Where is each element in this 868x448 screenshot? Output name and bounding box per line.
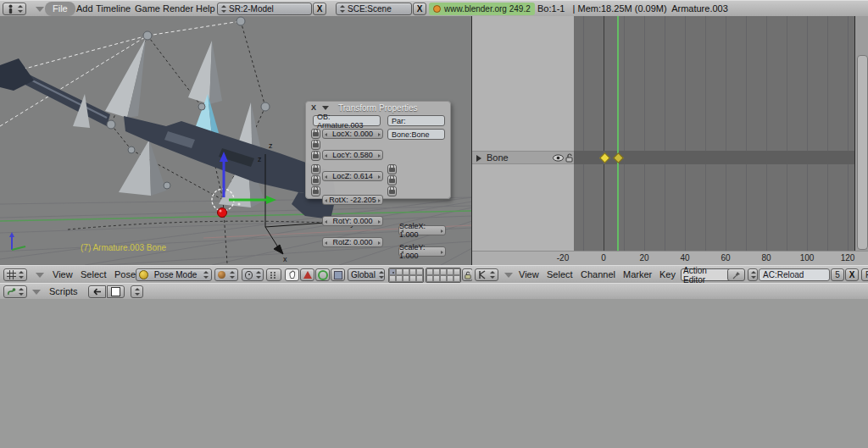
scripts-content-area[interactable]	[0, 299, 868, 448]
menu-render[interactable]: Render	[163, 1, 193, 17]
manipulator-hand-button[interactable]	[285, 268, 299, 281]
frame-gridline	[807, 16, 808, 251]
manipulator-translate-button[interactable]	[300, 268, 314, 281]
layer-1-active[interactable]	[389, 268, 396, 275]
scripts-menu[interactable]: Scripts	[49, 284, 78, 300]
viewport-menu-pose[interactable]: Pose	[114, 267, 136, 283]
action-menus-collapse-icon[interactable]	[504, 273, 513, 278]
rotate-circle-icon	[318, 270, 328, 280]
action-datablock-stepper[interactable]	[748, 268, 758, 281]
action-editor-icon	[478, 270, 487, 279]
layer-buttons-group-1[interactable]	[388, 268, 424, 283]
rotx-field[interactable]: RotX: -22.205	[322, 195, 383, 205]
header-collapse-icon[interactable]	[36, 7, 44, 12]
locz-field[interactable]: LocZ: 0.614	[322, 171, 383, 181]
viewport-menus-collapse-icon[interactable]	[36, 273, 44, 278]
action-menu-select[interactable]: Select	[547, 267, 573, 283]
roty-field[interactable]: RotY: 0.000	[322, 216, 383, 226]
frame-number-scrollbar[interactable]: -20 0 20 40 60 80 100 120	[472, 251, 868, 265]
zoom-stepper-icon	[134, 288, 140, 296]
rotz-lock-button[interactable]	[311, 186, 320, 196]
bone-name-field[interactable]: Bone:Bone	[387, 129, 445, 140]
channel-list-area[interactable]	[472, 16, 574, 251]
scrollbar-thumb[interactable]	[857, 55, 868, 250]
scene-selector[interactable]: SCE:Scene	[336, 3, 412, 15]
viewport-menu-select[interactable]: Select	[81, 267, 107, 283]
action-menu-key[interactable]: Key	[659, 267, 676, 283]
manipulator-rotate-button[interactable]	[315, 268, 330, 281]
editor-stepper-icon	[489, 271, 495, 279]
panel-collapse-icon[interactable]	[322, 106, 329, 110]
3d-viewport[interactable]: z z y x (7) Armature.003 Bone	[0, 16, 472, 265]
status-text: Bo:1-1 | Mem:18.25M (0.09M) Armature.003	[537, 3, 728, 14]
panel-close-icon[interactable]: X	[311, 103, 316, 112]
scripts-zoom-stepper[interactable]	[131, 285, 143, 298]
layer-buttons-group-2[interactable]	[426, 268, 461, 283]
parent-field[interactable]: Par:	[387, 115, 445, 126]
scalex-lock-button[interactable]	[387, 164, 397, 174]
channel-name[interactable]: Bone	[487, 152, 509, 163]
scripts-back-button[interactable]	[88, 285, 106, 298]
channel-lock-icon[interactable]	[565, 153, 573, 163]
rotz-field[interactable]: RotZ: 0.000	[322, 237, 383, 247]
menu-game[interactable]: Game	[135, 1, 160, 17]
draw-mode-dropdown[interactable]	[214, 268, 238, 281]
locx-field[interactable]: LocX: 0.000	[322, 129, 383, 139]
menu-timeline[interactable]: Timeline	[96, 1, 131, 17]
editor-stepper-icon	[18, 271, 24, 279]
scaley-field[interactable]: ScaleY: 1.000	[398, 246, 446, 257]
action-editor-type-dropdown[interactable]	[475, 268, 498, 281]
unlink-action-button[interactable]: X	[845, 268, 859, 281]
blender-logo-dropdown[interactable]	[3, 3, 26, 15]
rotx-lock-button[interactable]	[311, 164, 320, 174]
scripts-menus-collapse-icon[interactable]	[32, 290, 41, 295]
channel-visibility-eye-icon[interactable]	[553, 154, 564, 162]
manipulator-x-handle	[218, 208, 227, 218]
action-editor[interactable]: Bone -20 0 20 40 60 80 100 120	[472, 16, 868, 265]
action-name-field[interactable]: AC:Reload	[759, 268, 830, 281]
screen-selector[interactable]: SR:2-Model	[217, 3, 312, 15]
fake-user-button[interactable]: F	[861, 268, 868, 281]
screen-close-button[interactable]: X	[313, 3, 326, 15]
action-menu-marker[interactable]: Marker	[623, 267, 652, 283]
locy-lock-button[interactable]	[311, 140, 320, 150]
blender-dot-icon	[433, 5, 441, 13]
scripts-home-button[interactable]	[107, 285, 125, 298]
scalez-lock-button[interactable]	[387, 186, 397, 196]
pin-action-button[interactable]	[727, 268, 745, 281]
3d-view-grid-icon	[7, 270, 16, 279]
channel-expand-icon[interactable]	[476, 155, 481, 162]
menu-file[interactable]: File	[45, 2, 75, 16]
version-link[interactable]: www.blender.org 249.2	[429, 3, 535, 15]
scripts-editor-type-dropdown[interactable]	[3, 285, 27, 298]
menu-add[interactable]: Add	[76, 1, 93, 17]
scaley-lock-button[interactable]	[387, 175, 397, 185]
lock-icon	[313, 179, 319, 183]
mode-dropdown[interactable]: Pose Mode	[136, 268, 212, 281]
snap-align-button[interactable]	[266, 268, 281, 281]
vertical-scrollbar[interactable]	[854, 16, 868, 251]
scalex-field[interactable]: ScaleX: 1.000	[398, 225, 446, 235]
viewport-editor-type-dropdown[interactable]	[3, 268, 27, 281]
manipulator-scale-button[interactable]	[331, 268, 345, 281]
logo-stepper-icon	[17, 5, 23, 13]
pivot-dropdown[interactable]	[242, 268, 264, 281]
menu-help[interactable]: Help	[196, 1, 215, 17]
locz-lock-button[interactable]	[311, 151, 320, 161]
object-name-field[interactable]: OB: Armature.003	[313, 115, 381, 126]
viewport-header: View Select Pose Pose Mode	[0, 265, 472, 285]
axis-label-z2: z	[258, 155, 262, 163]
viewport-menu-view[interactable]: View	[53, 267, 73, 283]
orientation-dropdown[interactable]: Global	[348, 268, 385, 281]
scene-close-button[interactable]: X	[413, 3, 426, 15]
roty-lock-button[interactable]	[311, 175, 320, 185]
current-frame-line[interactable]	[617, 16, 619, 251]
channel-row-bone[interactable]: Bone	[472, 151, 574, 164]
keyframe-area[interactable]	[574, 16, 854, 251]
locx-lock-button[interactable]	[311, 129, 320, 139]
action-menu-channel[interactable]: Channel	[581, 267, 615, 283]
action-menu-view[interactable]: View	[519, 267, 539, 283]
action-users-count-button[interactable]: 5	[831, 268, 844, 281]
frame-gridline	[746, 16, 747, 251]
locy-field[interactable]: LocY: 0.580	[322, 150, 383, 160]
